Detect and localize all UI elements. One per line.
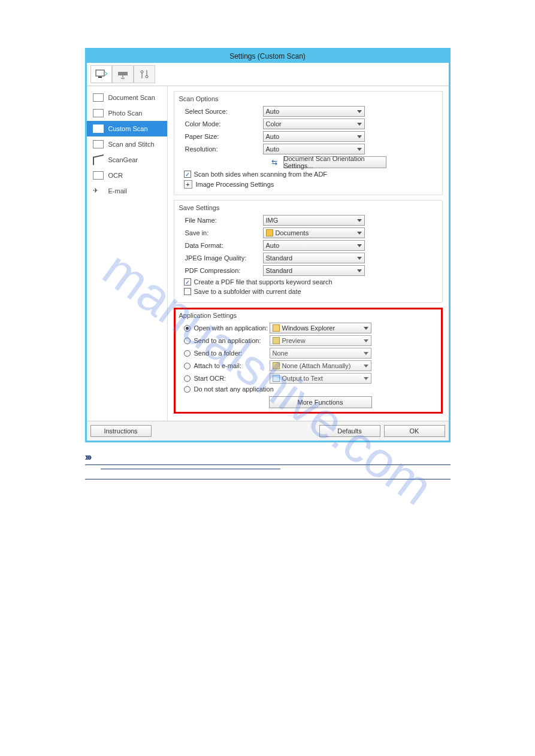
save-subfolder-checkbox[interactable] <box>184 288 191 295</box>
open-with-application-radio[interactable] <box>184 325 191 332</box>
sidebar-item-ocr[interactable]: OCR <box>87 168 167 183</box>
custom-scan-icon <box>93 125 104 133</box>
send-to-application-radio[interactable] <box>184 338 191 344</box>
application-settings-highlight: Application Settings Open with an applic… <box>174 308 443 414</box>
dropdown-value: Standard <box>266 267 293 274</box>
attach-to-email-radio[interactable] <box>184 363 191 369</box>
sidebar-item-label: E-mail <box>108 187 127 195</box>
preview-icon <box>273 337 280 344</box>
scangear-icon <box>93 154 104 165</box>
scan-options-section: Scan Options Select Source:Auto Color Mo… <box>174 91 443 195</box>
svg-rect-0 <box>96 70 104 76</box>
ocr-icon <box>93 171 104 180</box>
tab-scan-from-operation-panel[interactable] <box>112 65 134 83</box>
dropdown-value: None <box>273 350 288 357</box>
section-title: Application Settings <box>179 312 437 319</box>
select-source-dropdown[interactable]: Auto <box>263 106 365 117</box>
section-title: Scan Options <box>179 95 437 102</box>
save-subfolder-label: Save to a subfolder with current date <box>194 288 301 295</box>
do-not-start-label: Do not start any application <box>194 385 274 393</box>
scan-both-sides-label: Scan both sides when scanning from the A… <box>194 171 328 178</box>
instructions-button[interactable]: Instructions <box>90 425 152 437</box>
sidebar-item-label: Custom Scan <box>108 125 148 132</box>
button-label: Instructions <box>104 427 137 435</box>
note-block: ››› <box>85 451 451 479</box>
swap-orientation-icon[interactable]: ⇆ <box>269 158 280 166</box>
resolution-label: Resolution: <box>179 145 263 153</box>
dropdown-value: Auto <box>266 108 280 115</box>
dropdown-value: Auto <box>266 242 280 249</box>
scan-both-sides-checkbox[interactable]: ✓ <box>184 171 191 178</box>
scanner-icon <box>117 69 129 79</box>
create-pdf-keyword-label: Create a PDF file that supports keyword … <box>194 278 333 286</box>
paper-size-dropdown[interactable]: Auto <box>263 131 365 142</box>
button-label: Defaults <box>337 427 361 435</box>
start-ocr-dropdown[interactable]: Output to Text <box>270 373 371 384</box>
tab-general-settings[interactable] <box>134 65 155 83</box>
button-label: Document Scan Orientation Settings... <box>284 155 386 169</box>
image-processing-expand[interactable]: + <box>184 180 192 189</box>
sidebar: Document Scan Photo Scan Custom Scan Sca… <box>87 86 168 421</box>
button-label: More Functions <box>298 399 343 406</box>
send-to-folder-dropdown[interactable]: None <box>270 348 371 359</box>
svg-point-5 <box>146 75 148 78</box>
file-name-combo[interactable]: IMG <box>263 215 365 226</box>
dropdown-value: IMG <box>266 217 279 224</box>
document-scan-icon <box>93 93 104 102</box>
document-scan-orientation-button[interactable]: Document Scan Orientation Settings... <box>283 156 386 168</box>
tab-scan-from-computer[interactable] <box>90 65 112 83</box>
dropdown-value: Documents <box>276 229 309 236</box>
attach-to-email-dropdown[interactable]: None (Attach Manually) <box>270 360 371 371</box>
sidebar-item-scangear[interactable]: ScanGear <box>87 152 167 168</box>
section-title: Save Settings <box>179 204 437 211</box>
create-pdf-keyword-checkbox[interactable]: ✓ <box>184 278 191 286</box>
monitor-arrow-icon <box>95 69 107 79</box>
do-not-start-radio[interactable] <box>184 386 191 393</box>
note-divider <box>85 464 451 465</box>
sidebar-item-custom-scan[interactable]: Custom Scan <box>87 121 167 136</box>
sidebar-item-photo-scan[interactable]: Photo Scan <box>87 105 167 121</box>
dropdown-value: Windows Explorer <box>282 324 335 332</box>
sidebar-item-scan-and-stitch[interactable]: Scan and Stitch <box>87 136 167 152</box>
dropdown-value: Preview <box>282 337 306 344</box>
color-mode-label: Color Mode: <box>179 120 263 127</box>
paper-size-label: Paper Size: <box>179 133 263 140</box>
open-with-application-label: Open with an application: <box>194 324 270 332</box>
ok-button[interactable]: OK <box>384 425 445 437</box>
start-ocr-label: Start OCR: <box>194 375 270 382</box>
sidebar-item-label: OCR <box>108 172 123 179</box>
defaults-button[interactable]: Defaults <box>319 425 380 437</box>
sidebar-item-label: Scan and Stitch <box>108 141 155 148</box>
svg-point-3 <box>141 71 143 73</box>
select-source-label: Select Source: <box>179 108 263 115</box>
data-format-label: Data Format: <box>179 242 263 249</box>
svg-rect-1 <box>98 77 102 78</box>
send-to-folder-radio[interactable] <box>184 350 191 357</box>
send-to-application-dropdown[interactable]: Preview <box>270 335 371 346</box>
send-to-application-label: Send to an application: <box>194 337 270 344</box>
start-ocr-radio[interactable] <box>184 375 191 382</box>
main-panel: Scan Options Select Source:Auto Color Mo… <box>168 86 449 421</box>
color-mode-dropdown[interactable]: Color <box>263 119 365 129</box>
text-output-icon <box>273 375 280 382</box>
dialog-title: Settings (Custom Scan) <box>87 50 449 63</box>
jpeg-quality-dropdown[interactable]: Standard <box>263 253 365 263</box>
jpeg-quality-label: JPEG Image Quality: <box>179 254 263 262</box>
dropdown-value: Output to Text <box>282 375 323 382</box>
folder-icon <box>266 229 273 236</box>
data-format-dropdown[interactable]: Auto <box>263 240 365 251</box>
button-label: OK <box>410 427 419 435</box>
dropdown-value: Auto <box>266 145 280 153</box>
save-in-dropdown[interactable]: Documents <box>263 227 365 238</box>
note-link-underline <box>101 469 280 469</box>
sidebar-item-label: ScanGear <box>108 156 138 163</box>
pdf-compression-dropdown[interactable]: Standard <box>263 265 365 276</box>
photo-scan-icon <box>93 109 104 117</box>
sidebar-item-email[interactable]: ✈E-mail <box>87 183 167 199</box>
dropdown-value: Color <box>266 120 282 127</box>
more-functions-button[interactable]: More Functions <box>269 396 372 408</box>
resolution-dropdown[interactable]: Auto <box>263 144 365 154</box>
open-with-application-dropdown[interactable]: Windows Explorer <box>270 323 371 333</box>
sidebar-item-document-scan[interactable]: Document Scan <box>87 90 167 105</box>
attach-to-email-label: Attach to e-mail: <box>194 362 270 369</box>
